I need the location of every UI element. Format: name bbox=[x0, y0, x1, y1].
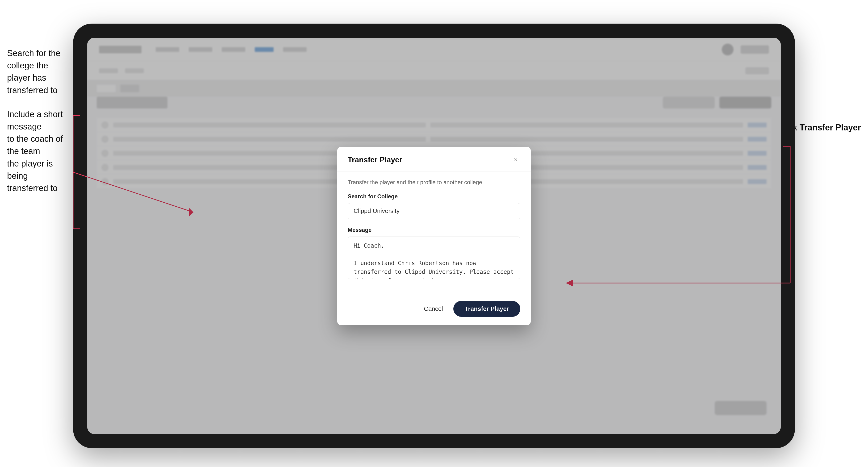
modal-close-button[interactable]: × bbox=[511, 155, 520, 165]
message-label: Message bbox=[348, 227, 520, 233]
cancel-button[interactable]: Cancel bbox=[419, 302, 448, 315]
transfer-player-button[interactable]: Transfer Player bbox=[453, 301, 520, 317]
transfer-player-modal: Transfer Player × Transfer the player an… bbox=[337, 147, 531, 325]
annotation-left: Search for the college the player has tr… bbox=[7, 47, 73, 206]
message-form-group: Message Hi Coach, I understand Chris Rob… bbox=[348, 227, 520, 280]
tablet-frame: Transfer Player × Transfer the player an… bbox=[73, 24, 795, 448]
tablet-screen: Transfer Player × Transfer the player an… bbox=[87, 38, 781, 434]
modal-header: Transfer Player × bbox=[337, 147, 531, 172]
college-label: Search for College bbox=[348, 193, 520, 200]
modal-title: Transfer Player bbox=[348, 155, 402, 164]
modal-body: Transfer the player and their profile to… bbox=[337, 172, 531, 296]
college-search-input[interactable] bbox=[348, 203, 520, 219]
annotation-transfer-bold: Transfer Player bbox=[800, 123, 861, 132]
message-textarea[interactable]: Hi Coach, I understand Chris Robertson h… bbox=[348, 237, 520, 279]
modal-footer: Cancel Transfer Player bbox=[337, 296, 531, 325]
modal-overlay: Transfer Player × Transfer the player an… bbox=[87, 38, 781, 434]
college-form-group: Search for College bbox=[348, 193, 520, 219]
annotation-search-text: Search for the college the player has tr… bbox=[7, 47, 73, 96]
annotation-message-text: Include a short messageto the coach of t… bbox=[7, 108, 73, 194]
modal-subtitle: Transfer the player and their profile to… bbox=[348, 179, 520, 186]
